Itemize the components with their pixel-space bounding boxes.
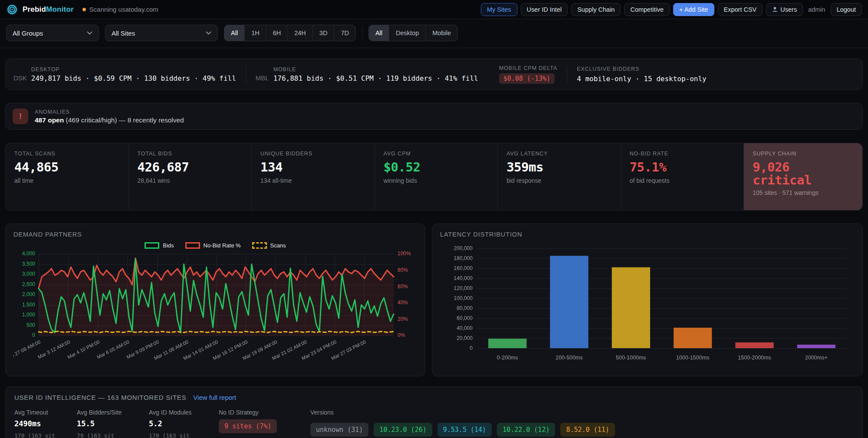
- desktop-label: DESKTOP: [31, 66, 236, 72]
- mobile-tag: MBL: [256, 74, 269, 82]
- exclusive-bidders: EXCLUSIVE BIDDERS 4 mobile-only · 15 des…: [577, 66, 707, 83]
- scan-status: Scanning usatoday.com: [82, 6, 158, 13]
- competitive-button[interactable]: Competitive: [624, 3, 670, 16]
- bids-swatch-icon: [145, 242, 159, 249]
- logout-button[interactable]: Logout: [831, 3, 862, 16]
- no-id-strategy-badge: 9 sites (7%): [219, 419, 277, 433]
- demand-partners-title: DEMAND PARTNERS: [13, 231, 417, 238]
- mobile-stats: 176,881 bids · $0.51 CPM · 119 bidders ·…: [273, 74, 478, 82]
- status-dot-icon: [82, 8, 86, 11]
- desktop-summary: DSK DESKTOP 249,817 bids · $0.59 CPM · 1…: [13, 66, 236, 82]
- user-id-intelligence-panel: USER ID INTELLIGENCE — 163 MONITORED SIT…: [5, 386, 863, 438]
- divider: [246, 66, 246, 83]
- version-badge: 10.23.0 (26): [374, 423, 432, 437]
- demand-partners-panel: DEMAND PARTNERS Bids No-Bid Rate % Scans: [5, 224, 425, 376]
- legend-no-bid-rate: No-Bid Rate %: [185, 242, 241, 249]
- scans-swatch-icon: [252, 242, 267, 249]
- export-csv-button[interactable]: Export CSV: [718, 3, 763, 16]
- avg-id-modules-col: Avg ID Modules 5.2 170 (163 sit: [149, 409, 207, 438]
- legend-scans: Scans: [252, 242, 286, 249]
- alert-icon: !: [13, 109, 28, 124]
- top-navbar: PrebidMonitor Scanning usatoday.com My S…: [0, 0, 868, 19]
- group-filter-select[interactable]: All Groups: [6, 25, 99, 41]
- kpi-avg-latency: AVG LATENCY 359ms bid response: [497, 143, 621, 210]
- kpi-supply-chain: SUPPLY CHAIN 9,026 critical 105 sites · …: [743, 143, 862, 210]
- time-filter-7d[interactable]: 7D: [334, 25, 355, 41]
- time-filter-6h[interactable]: 6H: [266, 25, 288, 41]
- site-filter-select[interactable]: All Sites: [105, 25, 218, 41]
- kpi-row: TOTAL SCANS 44,865 all time TOTAL BIDS 4…: [5, 143, 863, 211]
- anomalies-bar[interactable]: ! ANOMALIES 487 open (469 critical/high)…: [5, 103, 863, 130]
- version-badge: 8.52.0 (11): [560, 423, 615, 437]
- add-site-button[interactable]: + Add Site: [673, 3, 714, 16]
- app-title: PrebidMonitor: [23, 5, 74, 14]
- kpi-avg-cpm: AVG CPM $0.52 winning bids: [375, 143, 498, 210]
- time-range-segment: All 1H 6H 24H 3D 7D: [224, 25, 356, 41]
- chevron-down-icon: [87, 31, 92, 35]
- brand: PrebidMonitor: [6, 3, 74, 16]
- kpi-total-bids: TOTAL BIDS 426,687 28,641 wins: [128, 143, 252, 210]
- demand-partners-chart: [13, 250, 417, 363]
- scan-status-text: Scanning usatoday.com: [89, 6, 158, 13]
- no-id-strategy-col: No ID Strategy 9 sites (7%): [219, 409, 299, 433]
- kpi-unique-bidders: UNIQUE BIDDERS 134 134 all-time: [251, 143, 375, 210]
- time-filter-3d[interactable]: 3D: [313, 25, 335, 41]
- avg-timeout-col: Avg Timeout 2490ms 170 (163 sit: [14, 409, 66, 438]
- user-icon: [772, 7, 778, 12]
- anomalies-summary: 487 open (469 critical/high) — 8 recentl…: [35, 116, 184, 124]
- latency-distribution-panel: LATENCY DISTRIBUTION: [432, 224, 863, 376]
- device-summary-bar: DSK DESKTOP 249,817 bids · $0.59 CPM · 1…: [5, 59, 863, 90]
- desktop-stats: 249,817 bids · $0.59 CPM · 130 bidders ·…: [31, 74, 236, 82]
- version-badge: 10.22.0 (12): [497, 423, 555, 437]
- kpi-total-scans: TOTAL SCANS 44,865 all time: [6, 143, 128, 210]
- mobile-cpm-delta: MOBILE CPM DELTA $0.08 (-13%): [499, 65, 557, 84]
- legend-bids: Bids: [145, 242, 174, 249]
- chart-legend: Bids No-Bid Rate % Scans: [13, 242, 417, 249]
- device-filter-all[interactable]: All: [369, 25, 389, 41]
- filter-bar: All Groups All Sites All 1H 6H 24H 3D 7D…: [0, 19, 868, 48]
- device-segment: All Desktop Mobile: [368, 25, 458, 41]
- desktop-tag: DSK: [13, 74, 27, 82]
- device-filter-desktop[interactable]: Desktop: [389, 25, 426, 41]
- version-badge: unknown (31): [310, 423, 368, 437]
- versions-col: Versions unknown (31) 10.23.0 (26) 9.53.…: [310, 409, 615, 437]
- chevron-down-icon: [206, 31, 211, 35]
- target-logo-icon: [6, 3, 18, 16]
- user-id-title: USER ID INTELLIGENCE — 163 MONITORED SIT…: [14, 394, 186, 401]
- view-full-report-link[interactable]: View full report: [193, 394, 236, 401]
- time-filter-all[interactable]: All: [224, 25, 245, 41]
- latency-distribution-chart: [440, 241, 853, 367]
- divider: [362, 26, 362, 40]
- mobile-summary: MBL MOBILE 176,881 bids · $0.51 CPM · 11…: [256, 66, 478, 82]
- no-bid-swatch-icon: [185, 242, 200, 249]
- latency-distribution-title: LATENCY DISTRIBUTION: [440, 231, 855, 238]
- anomalies-label: ANOMALIES: [35, 109, 184, 115]
- admin-username: admin: [806, 6, 827, 13]
- mobile-label: MOBILE: [273, 66, 478, 72]
- my-sites-button[interactable]: My Sites: [481, 3, 517, 16]
- version-badge: 9.53.5 (14): [437, 423, 492, 437]
- supply-chain-button[interactable]: Supply Chain: [571, 3, 621, 16]
- kpi-no-bid-rate: NO-BID RATE 75.1% of bid requests: [621, 143, 744, 210]
- divider: [567, 66, 567, 83]
- time-filter-24h[interactable]: 24H: [288, 25, 313, 41]
- user-id-intel-button[interactable]: User ID Intel: [521, 3, 568, 16]
- avg-bidders-col: Avg Bidders/Site 15.5 79 (163 sit: [77, 409, 138, 438]
- time-filter-1h[interactable]: 1H: [245, 25, 266, 41]
- device-filter-mobile[interactable]: Mobile: [426, 25, 457, 41]
- cpm-delta-badge: $0.08 (-13%): [499, 73, 555, 84]
- users-button[interactable]: Users: [766, 3, 803, 16]
